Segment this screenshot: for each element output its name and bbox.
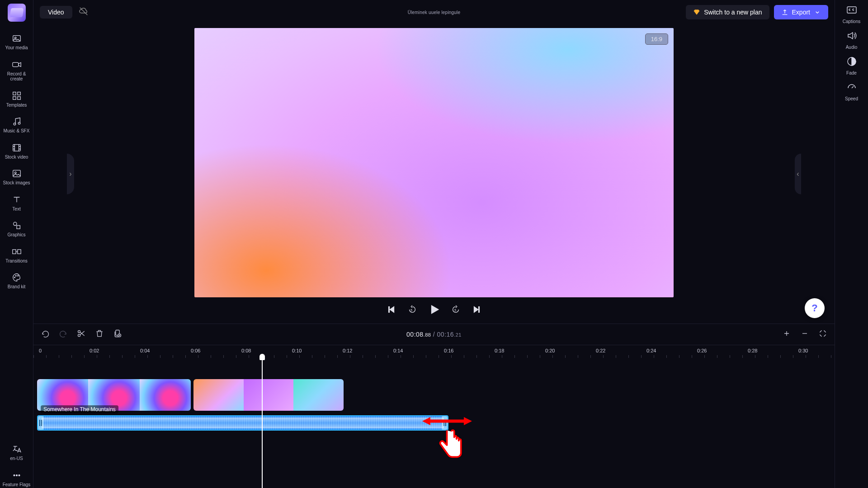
svg-point-20 <box>16 474 17 476</box>
cloud-sync-off-icon[interactable] <box>79 6 89 18</box>
image-icon <box>12 169 22 178</box>
sidebar-item-label: Music & SFX <box>4 128 30 134</box>
ruler-tick: 0:06 <box>191 348 200 353</box>
duplicate-button[interactable] <box>113 329 122 340</box>
sidebar-item-label: en-US <box>10 456 23 461</box>
svg-point-12 <box>13 222 16 225</box>
ruler-tick: 0:02 <box>90 348 99 353</box>
svg-marker-35 <box>464 417 472 425</box>
timeline-panel: 00:08.88 / 00:16.21 00:020:040:060:080:1… <box>33 324 835 488</box>
svg-rect-28 <box>479 307 480 313</box>
ruler-tick: 0:04 <box>140 348 150 353</box>
skip-forward-button[interactable]: 5 <box>451 305 461 316</box>
sidebar-item-label: Your media <box>5 45 28 51</box>
sidebar-item-label: Templates <box>6 103 27 108</box>
svg-rect-4 <box>17 92 20 94</box>
ruler-tick: 0:26 <box>697 348 707 353</box>
preview-stage: › ‹ 16:9 5 5 ? ⌄ <box>33 24 835 324</box>
palette-icon <box>12 272 22 282</box>
svg-text:5: 5 <box>454 309 456 312</box>
speed-panel-toggle[interactable]: Speed <box>835 82 868 101</box>
delete-button[interactable] <box>95 329 104 340</box>
sidebar-item-brand-kit[interactable]: Brand kit <box>0 269 33 293</box>
sidebar-item-label: Record & create <box>0 71 33 82</box>
svg-rect-9 <box>13 144 20 151</box>
export-button[interactable]: Export <box>774 5 828 19</box>
sidebar-item-label: Text <box>12 206 20 212</box>
audio-panel-toggle[interactable]: Audio <box>835 30 868 50</box>
svg-point-1 <box>14 37 16 39</box>
sidebar-item-your-media[interactable]: Your media <box>0 30 33 54</box>
skip-back-button[interactable]: 5 <box>407 305 417 316</box>
sidebar-item-templates[interactable]: Templates <box>0 87 33 112</box>
timeline-ruler[interactable]: 00:020:040:060:080:100:120:140:160:180:2… <box>33 345 835 357</box>
project-title[interactable]: Üleminek uuele lepingule <box>408 10 461 15</box>
sidebar-item-feature-flags[interactable]: Feature Flags <box>0 467 33 488</box>
text-icon <box>12 195 22 205</box>
sidebar-item-graphics[interactable]: Graphics <box>0 217 33 241</box>
sidebar-item-stock-video[interactable]: Stock video <box>0 139 33 164</box>
sidebar-item-label: Stock video <box>5 155 28 160</box>
sidebar-item-stock-images[interactable]: Stock images <box>0 165 33 189</box>
svg-marker-34 <box>422 417 430 425</box>
playhead[interactable] <box>262 357 263 488</box>
expand-left-panel-tab[interactable]: › <box>67 154 74 194</box>
panel-label: Audio <box>846 45 858 50</box>
svg-rect-14 <box>12 249 15 253</box>
film-icon <box>12 143 22 153</box>
music-icon <box>12 117 22 127</box>
play-button[interactable] <box>428 304 440 317</box>
sidebar-item-text[interactable]: Text <box>0 191 33 216</box>
upload-icon <box>781 9 788 16</box>
timeline-tracks: Somewhere In The Mountains <box>33 357 835 488</box>
svg-point-8 <box>18 122 20 124</box>
preview-canvas[interactable] <box>194 28 674 297</box>
ruler-tick: 0:20 <box>545 348 555 353</box>
sidebar-item-music-sfx[interactable]: Music & SFX <box>0 113 33 137</box>
audio-trim-handle-left[interactable] <box>38 416 43 430</box>
svg-point-18 <box>17 275 18 276</box>
audio-clip[interactable] <box>37 415 448 431</box>
redo-button[interactable] <box>59 329 68 340</box>
help-button[interactable]: ? <box>805 298 825 318</box>
sidebar-item-label: Feature Flags <box>3 482 31 488</box>
audio-clip-title: Somewhere In The Mountains <box>41 405 118 413</box>
undo-button[interactable] <box>41 329 50 340</box>
captions-panel-toggle[interactable]: Captions <box>835 5 868 24</box>
button-label: Export <box>792 9 810 16</box>
zoom-fit-button[interactable] <box>818 329 827 340</box>
zoom-in-button[interactable] <box>782 329 791 340</box>
svg-point-19 <box>14 474 15 476</box>
aspect-ratio-selector[interactable]: 16:9 <box>645 33 668 45</box>
skip-end-button[interactable] <box>472 305 481 316</box>
ruler-tick: 0:24 <box>646 348 656 353</box>
project-type-chip[interactable]: Video <box>40 6 72 19</box>
svg-line-22 <box>80 8 87 15</box>
video-track <box>37 379 831 411</box>
zoom-out-button[interactable] <box>800 329 809 340</box>
shapes-icon <box>12 221 22 230</box>
speedometer-icon <box>846 82 857 94</box>
fade-icon <box>846 56 857 69</box>
fade-panel-toggle[interactable]: Fade <box>835 56 868 75</box>
annotation-resize-arrow <box>422 414 472 430</box>
expand-right-panel-tab[interactable]: ‹ <box>795 154 801 194</box>
sidebar-item-locale[interactable]: en-US <box>0 441 33 465</box>
volume-icon <box>846 30 857 43</box>
ruler-tick: 0:22 <box>596 348 605 353</box>
panel-label: Speed <box>845 96 858 101</box>
app-logo[interactable] <box>8 4 26 22</box>
switch-plan-button[interactable]: Switch to a new plan <box>686 5 769 19</box>
split-button[interactable] <box>77 329 86 340</box>
left-sidebar: Your media Record & create Templates Mus… <box>0 0 33 488</box>
sidebar-item-record-create[interactable]: Record & create <box>0 56 33 85</box>
panel-label: Captions <box>843 19 860 24</box>
video-clip-2[interactable] <box>193 379 344 411</box>
ruler-tick: 0:10 <box>292 348 302 353</box>
sidebar-item-transitions[interactable]: Transitions <box>0 243 33 267</box>
svg-point-21 <box>19 474 20 476</box>
svg-rect-15 <box>17 249 20 253</box>
language-icon <box>12 444 22 454</box>
skip-start-button[interactable] <box>387 305 396 316</box>
ruler-tick: 0:14 <box>393 348 403 353</box>
